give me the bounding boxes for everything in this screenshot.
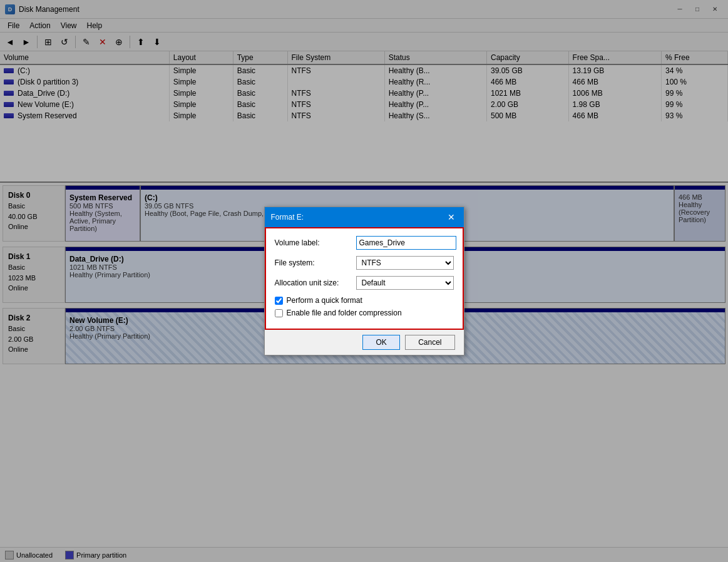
- file-system-label: File system:: [275, 258, 356, 267]
- dialog-body: Volume label: File system: NTFS FAT32 ex…: [265, 227, 464, 330]
- compression-label: Enable file and folder compression: [287, 309, 402, 317]
- allocation-row: Allocation unit size: Default 512 1024 2…: [275, 276, 454, 290]
- quick-format-row: Perform a quick format: [275, 296, 454, 305]
- quick-format-checkbox[interactable]: [275, 297, 283, 305]
- allocation-select[interactable]: Default 512 1024 2048 4096: [356, 276, 454, 290]
- volume-label-row: Volume label:: [275, 236, 454, 250]
- format-dialog: Format E: ✕ Volume label: File system: N…: [264, 207, 464, 355]
- quick-format-label: Perform a quick format: [287, 296, 362, 305]
- dialog-title-bar: Format E: ✕: [265, 207, 464, 227]
- compression-checkbox[interactable]: [275, 309, 283, 317]
- ok-button[interactable]: OK: [362, 335, 400, 350]
- compression-row: Enable file and folder compression: [275, 309, 454, 317]
- dialog-close-button[interactable]: ✕: [445, 211, 458, 223]
- modal-overlay: Format E: ✕ Volume label: File system: N…: [0, 0, 728, 562]
- volume-label-input[interactable]: [356, 236, 456, 250]
- volume-label-label: Volume label:: [275, 238, 356, 247]
- file-system-select[interactable]: NTFS FAT32 exFAT: [356, 256, 454, 270]
- dialog-footer: OK Cancel: [265, 330, 464, 355]
- cancel-button[interactable]: Cancel: [405, 335, 454, 350]
- file-system-row: File system: NTFS FAT32 exFAT: [275, 256, 454, 270]
- allocation-label: Allocation unit size:: [275, 278, 356, 287]
- dialog-title: Format E:: [271, 213, 304, 222]
